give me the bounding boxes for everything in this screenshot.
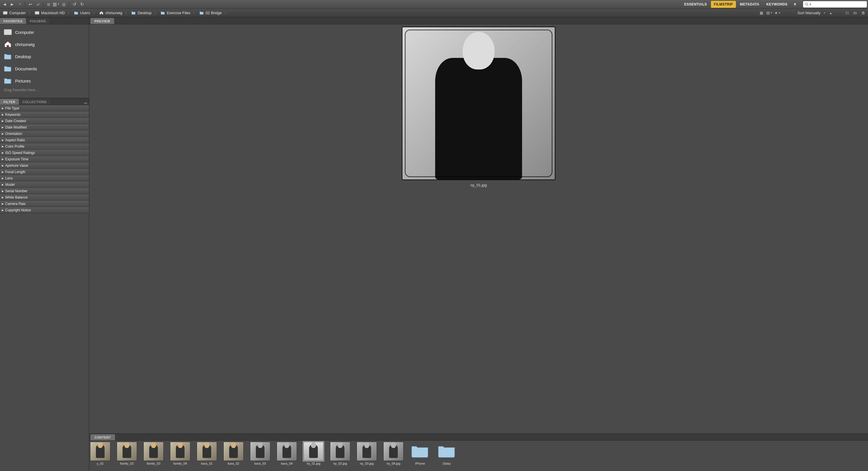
thumb-image[interactable]: ny_03.jpg <box>356 442 377 471</box>
thumb-image[interactable]: family_02 <box>117 442 137 471</box>
filter-row-aperture-value[interactable]: ▶Aperture Value <box>0 162 89 169</box>
tab-favorites[interactable]: FAVORITES <box>0 18 26 24</box>
filter-row-camera-raw[interactable]: ▶Camera Raw <box>0 201 89 207</box>
main-toolbar: ◄ ► ▼ ↩ ⤾ ⧈ ▥▼ ◎ ↺ ↻ ESSENTIALS FILMSTRI… <box>0 0 868 9</box>
thumb-image[interactable]: y_01 <box>90 442 111 471</box>
filter-row-exposure-time[interactable]: ▶Exposure Time <box>0 156 89 162</box>
filter-row-file-type[interactable]: ▶File Type <box>0 105 89 111</box>
thumb-box <box>437 442 457 461</box>
favorite-item-home[interactable]: chrisorwig <box>1 38 88 51</box>
tab-filter[interactable]: FILTER <box>0 99 19 105</box>
disclosure-triangle-icon: ▶ <box>2 120 5 123</box>
boomerang-icon[interactable]: ↩ <box>27 1 34 7</box>
filter-row-lens[interactable]: ▶Lens <box>0 175 89 181</box>
thumb-placeholder <box>149 445 158 458</box>
star-filter-dropdown[interactable]: ★▼ <box>775 10 780 15</box>
crumb-users[interactable]: Users <box>73 10 91 15</box>
reveal-icon[interactable]: ⤾ <box>34 1 41 7</box>
filter-row-model[interactable]: ▶Model <box>0 181 89 188</box>
thumb-image[interactable]: family_04 <box>170 442 191 471</box>
crumb-separator: 〉 <box>92 11 97 15</box>
rotate-cw-icon[interactable]: ↻ <box>79 1 86 7</box>
thumb-filename: kara_01 <box>195 462 218 466</box>
filter-panel-menu-icon[interactable]: ▪≡ <box>84 101 89 105</box>
nav-back-button[interactable]: ◄ <box>1 1 8 7</box>
view-grid-icon[interactable]: ▦ <box>759 10 764 15</box>
thumb-image[interactable]: kara_02 <box>223 442 244 471</box>
thumb-image[interactable]: kara_01 <box>196 442 217 471</box>
thumb-image[interactable]: ny_04.jpg <box>383 442 404 471</box>
filter-row-serial-number[interactable]: ▶Serial Number <box>0 188 89 194</box>
thumb-folder[interactable]: iPhone <box>410 442 431 471</box>
filmstrip[interactable]: y_01family_02family_03family_04kara_01ka… <box>89 441 868 471</box>
preview-image[interactable] <box>402 27 555 180</box>
workspace-filmstrip[interactable]: FILMSTRIP <box>711 1 736 8</box>
search-dropdown-icon[interactable]: ▾ <box>809 2 811 6</box>
content-panel-header: CONTENT <box>89 434 868 441</box>
folder-icon <box>411 444 429 459</box>
crumb-label: Exercise Files <box>167 11 190 15</box>
filter-row-aspect-ratio[interactable]: ▶Aspect Ratio <box>0 137 89 143</box>
workspace-more-dropdown[interactable]: ▼ <box>792 1 799 7</box>
crumb-chrisorwig[interactable]: chrisorwig <box>98 10 123 15</box>
view-options-dropdown[interactable]: ▤▼ <box>767 10 772 15</box>
open-in-cr-icon[interactable]: ◎ <box>60 1 67 7</box>
favorite-item-documents[interactable]: Documents <box>1 63 88 75</box>
thumb-image[interactable]: kara_04 <box>276 442 297 471</box>
thumb-box <box>250 442 270 461</box>
tab-folders[interactable]: FOLDERS <box>26 18 49 24</box>
filter-row-date-modified[interactable]: ▶Date Modified <box>0 124 89 131</box>
crumb-exercise-files[interactable]: Exercise Files <box>160 10 191 15</box>
filter-row-label: Color Profile <box>5 144 24 148</box>
thumb-folder[interactable]: Daisy <box>436 442 457 471</box>
rotate-ccw-icon[interactable]: ↺ <box>71 1 78 7</box>
filter-row-date-created[interactable]: ▶Date Created <box>0 118 89 124</box>
filter-row-copyright-notice[interactable]: ▶Copyright Notice <box>0 207 89 213</box>
nav-recent-dropdown[interactable]: ▼ <box>16 1 23 7</box>
sort-ascending-icon[interactable]: ▴ <box>828 10 833 15</box>
filter-row-focal-length[interactable]: ▶Focal Length <box>0 169 89 175</box>
filter-row-label: File Type <box>5 106 19 110</box>
filter-row-label: Camera Raw <box>5 202 26 206</box>
camera-download-icon[interactable]: ⧈ <box>45 1 52 7</box>
thumb-box <box>144 442 164 461</box>
search-input[interactable]: ▾ <box>803 1 867 7</box>
thumb-image[interactable]: ny_01.jpg <box>303 442 324 471</box>
refine-icon[interactable]: ▥▼ <box>53 1 60 7</box>
crumb-macintosh-hd[interactable]: Macintosh HD <box>34 10 65 15</box>
workspace-metadata[interactable]: METADATA <box>737 1 762 8</box>
nav-forward-button[interactable]: ► <box>9 1 16 7</box>
sort-mode-dropdown-icon[interactable]: ▾ <box>824 11 825 14</box>
favorite-item-computer[interactable]: Computer <box>1 26 88 38</box>
open-recent-icon[interactable]: 🗁 <box>852 10 858 15</box>
workspace-keywords[interactable]: KEYWORDS <box>764 1 790 8</box>
workspace-essentials[interactable]: ESSENTIALS <box>681 1 710 8</box>
filter-row-white-balance[interactable]: ▶White Balance <box>0 194 89 201</box>
favorite-item-desktop[interactable]: Desktop <box>1 51 88 63</box>
preview-area[interactable]: ny_01.jpg <box>89 24 868 433</box>
tab-preview[interactable]: PREVIEW <box>90 18 114 24</box>
thumb-image[interactable]: family_03 <box>143 442 164 471</box>
thumb-image[interactable]: kara_03 <box>250 442 271 471</box>
sort-mode-label[interactable]: Sort Manually <box>798 11 820 15</box>
crumb-02-bridge[interactable]: 02 Bridge <box>199 10 222 15</box>
crumb-desktop[interactable]: Desktop <box>131 10 152 15</box>
trash-icon[interactable]: 🗑 <box>861 10 866 15</box>
filter-row-label: Orientation <box>5 132 22 136</box>
tab-content[interactable]: CONTENT <box>90 434 115 440</box>
filter-row-keywords[interactable]: ▶Keywords <box>0 111 89 118</box>
disclosure-triangle-icon: ▶ <box>2 139 5 141</box>
thumb-filename: ny_03.jpg <box>355 462 378 466</box>
crumb-computer[interactable]: Computer <box>2 10 26 15</box>
favorite-item-pictures[interactable]: Pictures <box>1 75 88 87</box>
thumb-placeholder <box>203 445 211 458</box>
thumb-image[interactable]: ny_02.jpg <box>330 442 350 471</box>
tab-collections[interactable]: COLLECTIONS <box>19 99 50 105</box>
crumb-label: Macintosh HD <box>41 11 65 15</box>
filter-panel: FILTER COLLECTIONS ▪≡ ▶File Type▶Keyword… <box>0 98 89 213</box>
thumb-placeholder <box>96 445 104 458</box>
filter-row-iso-speed-ratings[interactable]: ▶ISO Speed Ratings <box>0 150 89 156</box>
filter-row-orientation[interactable]: ▶Orientation <box>0 131 89 137</box>
filter-row-color-profile[interactable]: ▶Color Profile <box>0 143 89 150</box>
new-folder-icon[interactable]: 🗀 <box>844 10 849 15</box>
